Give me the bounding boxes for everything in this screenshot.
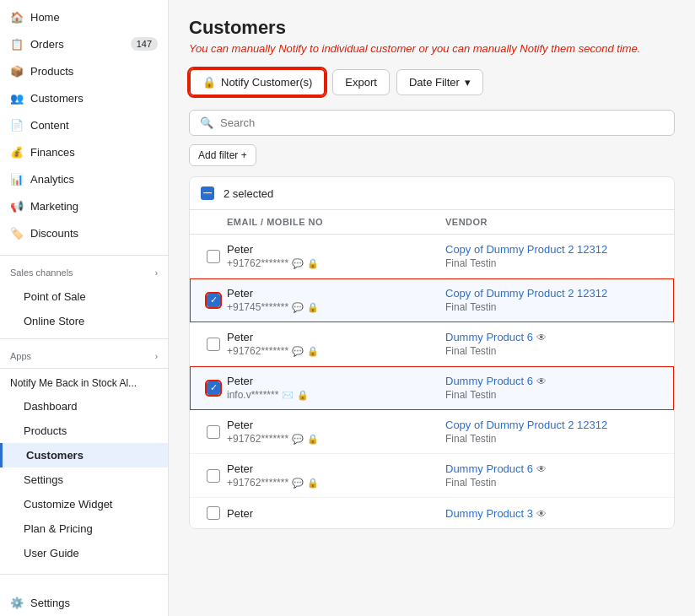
- customer-contact: +91762******* 💬 🔒: [227, 345, 445, 357]
- product-vendor: Final Testin: [445, 389, 664, 401]
- customer-name: Peter: [227, 375, 445, 387]
- analytics-icon: 📊: [10, 172, 24, 186]
- row-checkbox[interactable]: [207, 506, 220, 520]
- row-checkbox[interactable]: [207, 425, 220, 439]
- product-name: Dummy Product 6 👁: [445, 462, 664, 475]
- row-checkbox[interactable]: [207, 469, 220, 483]
- sidebar-item-content[interactable]: 📄 Content: [0, 111, 168, 138]
- sidebar-sub-products[interactable]: Products: [0, 419, 168, 443]
- sidebar-item-label: Orders: [30, 38, 64, 51]
- sidebar-item-online-store[interactable]: Online Store: [0, 309, 168, 333]
- sidebar-sub-dashboard[interactable]: Dashboard: [0, 394, 168, 419]
- chevron-down-icon: ▾: [465, 76, 471, 89]
- sidebar-item-products[interactable]: 📦 Products: [0, 57, 168, 84]
- sidebar-item-home[interactable]: 🏠 Home: [0, 3, 168, 30]
- notify-customers-button[interactable]: 🔒 Notify Customer(s): [189, 68, 326, 96]
- sidebar-item-label: Finances: [30, 146, 75, 159]
- product-info: Dummy Product 3 👁: [445, 507, 664, 520]
- customer-info: Peter +91762******* 💬 🔒: [227, 243, 445, 269]
- sidebar-sub-customize-widget[interactable]: Customize Widget: [0, 492, 168, 516]
- bulk-select-checkbox[interactable]: [200, 186, 215, 201]
- add-filter-button[interactable]: Add filter +: [189, 144, 256, 166]
- lock-icon: 🔒: [307, 302, 319, 313]
- customer-info: Peter +91762******* 💬 🔒: [227, 462, 445, 489]
- eye-icon[interactable]: 👁: [536, 463, 547, 475]
- sidebar-item-marketing[interactable]: 📢 Marketing: [0, 192, 168, 219]
- customer-contact: +91762******* 💬 🔒: [227, 433, 445, 445]
- sidebar-sub-settings[interactable]: Settings: [0, 467, 168, 492]
- contact-value: info.v*******: [227, 389, 278, 401]
- table-row: Peter +91762******* 💬 🔒 Copy of Dummy Pr…: [190, 410, 674, 454]
- eye-icon[interactable]: 👁: [536, 376, 547, 387]
- search-input[interactable]: [220, 116, 664, 129]
- date-filter-label: Date Filter: [409, 76, 460, 89]
- customer-name: Peter: [227, 462, 445, 475]
- chat-icon: 💬: [292, 478, 304, 489]
- lock-icon: 🔒: [307, 258, 319, 269]
- sidebar-item-finances[interactable]: 💰 Finances: [0, 138, 168, 165]
- eye-icon[interactable]: 👁: [536, 508, 547, 520]
- marketing-icon: 📢: [10, 199, 24, 213]
- product-info: Dummy Product 6 👁 Final Testin: [445, 462, 664, 489]
- customer-info: Peter info.v******* ✉️ 🔒: [227, 375, 445, 401]
- customer-contact: +91745******* 💬 🔒: [227, 301, 445, 313]
- products-icon: 📦: [10, 64, 24, 78]
- sidebar: 🏠 Home 📋 Orders 147 📦 Products 👥 Custome…: [0, 0, 169, 616]
- chat-icon: 💬: [292, 258, 304, 269]
- lock-icon: 🔒: [202, 76, 216, 89]
- sidebar-sub-customers[interactable]: Customers: [0, 443, 168, 467]
- product-info: Copy of Dummy Product 2 12312 Final Test…: [445, 243, 664, 269]
- product-info: Copy of Dummy Product 2 12312 Final Test…: [445, 419, 664, 445]
- row-checkbox[interactable]: [207, 250, 220, 263]
- sidebar-item-label: Content: [30, 119, 69, 132]
- table-column-headers: EMAIL / MOBILE NO VENDOR: [190, 210, 674, 235]
- sidebar-item-point-of-sale[interactable]: Point of Sale: [0, 284, 168, 309]
- table-row: Peter +91762******* 💬 🔒 Copy of Dummy Pr…: [190, 235, 674, 278]
- orders-icon: 📋: [10, 37, 24, 51]
- customer-contact: +91762******* 💬 🔒: [227, 257, 445, 269]
- product-name: Copy of Dummy Product 2 12312: [445, 287, 664, 300]
- orders-badge: 147: [131, 37, 158, 51]
- sidebar-item-customers[interactable]: 👥 Customers: [0, 84, 168, 111]
- contact-value: +91762*******: [227, 433, 288, 445]
- chat-icon: 💬: [292, 302, 304, 313]
- notify-app-section: Notify Me Back in Stock Al... Dashboard …: [0, 368, 168, 569]
- sidebar-item-orders[interactable]: 📋 Orders 147: [0, 30, 168, 57]
- sidebar-item-label: Marketing: [30, 200, 78, 213]
- sidebar-item-label: Settings: [30, 597, 70, 609]
- sidebar-item-notify-app[interactable]: Notify Me Back in Stock Al...: [0, 372, 168, 394]
- sidebar-item-settings[interactable]: ⚙️ Settings: [0, 589, 168, 616]
- sidebar-sub-plan-pricing[interactable]: Plan & Pricing: [0, 516, 168, 541]
- customer-name: Peter: [227, 507, 445, 520]
- sidebar-sub-user-guide[interactable]: User Guide: [0, 541, 168, 565]
- product-vendor: Final Testin: [445, 477, 664, 489]
- product-vendor: Final Testin: [445, 345, 664, 357]
- sidebar-item-discounts[interactable]: 🏷️ Discounts: [0, 219, 168, 246]
- row-checkbox[interactable]: [207, 381, 220, 395]
- sales-channels-label: Sales channels: [10, 267, 73, 278]
- contact-value: +91762*******: [227, 477, 288, 489]
- product-info: Dummy Product 6 👁 Final Testin: [445, 331, 664, 357]
- col-header-vendor: VENDOR: [445, 217, 664, 227]
- date-filter-button[interactable]: Date Filter ▾: [396, 69, 483, 95]
- product-name: Copy of Dummy Product 2 12312: [445, 419, 664, 431]
- product-vendor: Final Testin: [445, 433, 664, 445]
- sidebar-item-analytics[interactable]: 📊 Analytics: [0, 165, 168, 192]
- sidebar-item-label: Home: [30, 11, 60, 24]
- product-vendor: Final Testin: [445, 301, 664, 313]
- eye-icon[interactable]: 👁: [536, 332, 547, 343]
- page-title: Customers: [189, 17, 675, 39]
- filter-bar: Add filter +: [189, 144, 675, 166]
- table-row: Peter +91762******* 💬 🔒 Dummy Product 6 …: [190, 322, 674, 366]
- row-checkbox[interactable]: [207, 294, 220, 307]
- sidebar-divider-1: [0, 255, 168, 256]
- export-button[interactable]: Export: [332, 69, 390, 95]
- table-row: Peter +91762******* 💬 🔒 Dummy Product 6 …: [190, 454, 674, 498]
- indeterminate-checkbox[interactable]: [201, 186, 214, 200]
- selected-count-label: 2 selected: [224, 187, 273, 200]
- chevron-right-icon: ›: [155, 268, 158, 278]
- settings-icon: ⚙️: [10, 596, 24, 609]
- search-bar[interactable]: 🔍: [189, 110, 675, 136]
- row-checkbox[interactable]: [207, 338, 220, 351]
- apps-chevron-icon: ›: [155, 352, 158, 361]
